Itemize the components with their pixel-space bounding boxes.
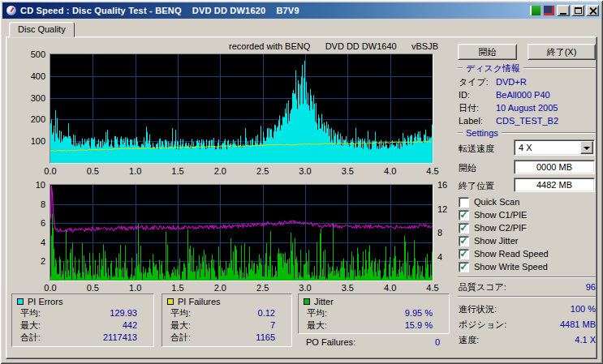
divider xyxy=(502,132,596,134)
start-button[interactable]: 開始 xyxy=(458,44,517,60)
pi-failures-jitter-chart xyxy=(50,185,433,280)
quality-score-row: 品質スコア: 96 xyxy=(459,280,596,293)
x-tick-label: 1.0 xyxy=(129,283,141,293)
checkbox-show-c2-pif[interactable]: ✓Show C2/PIF xyxy=(459,221,597,234)
checkbox-box-icon[interactable]: ✓ xyxy=(459,223,469,233)
row: Label:CDS_TEST_B2 xyxy=(459,114,597,127)
row: 最大:7 xyxy=(162,319,291,332)
checkbox-label: Quick Scan xyxy=(474,197,519,207)
row: 合計:2117413 xyxy=(12,332,153,344)
label: 進行状況: xyxy=(459,302,497,317)
close-button[interactable] xyxy=(586,5,599,16)
row: 速度:4.1 X xyxy=(459,332,596,348)
label: 最大: xyxy=(170,319,191,332)
start-position-input[interactable]: 0000 MB xyxy=(514,160,595,174)
value: 9.95 % xyxy=(405,307,433,319)
disc-info-rows: タイプ:DVD+RID:BeAll000 P40日付:10 August 200… xyxy=(459,75,597,127)
checkbox-show-read-speed[interactable]: ✓Show Read Speed xyxy=(459,247,597,260)
x-tick-label: 2.5 xyxy=(256,283,269,293)
value: 1165 xyxy=(256,332,275,344)
pi-failures-x-axis: 0.00.51.01.52.02.53.03.54.04.5 xyxy=(50,283,433,293)
app-icon xyxy=(6,5,17,16)
row: 最大:15.9 % xyxy=(299,319,449,332)
checkbox-show-write-speed[interactable]: ✓Show Write Speed xyxy=(459,260,597,273)
titlebar[interactable]: CD Speed : Disc Quality Test - BENQ DVD … xyxy=(2,2,601,19)
row: 最大:442 xyxy=(12,319,153,332)
row: 平均:9.95 % xyxy=(299,307,449,319)
settings-title: Settings xyxy=(466,128,498,138)
status-rows: 進行状況:100 %ポジション:4481 MB速度:4.1 X xyxy=(459,302,596,348)
x-tick-label: 3.0 xyxy=(299,166,311,176)
value: DVD+R xyxy=(496,75,527,88)
quality-score-value: 96 xyxy=(586,280,596,293)
app-window: CD Speed : Disc Quality Test - BENQ DVD … xyxy=(0,0,603,364)
label: 合計: xyxy=(20,332,41,344)
pi-errors-chart xyxy=(50,54,433,163)
checkbox-box-icon[interactable]: ✓ xyxy=(459,210,469,221)
window-title: CD Speed : Disc Quality Test - BENQ DVD … xyxy=(20,6,529,15)
tab-disc-quality[interactable]: Disc Quality xyxy=(9,22,75,37)
row: 進行状況:100 % xyxy=(459,302,596,317)
titlebar-buttons xyxy=(529,5,599,16)
checkbox-label: Show C2/PIF xyxy=(474,223,527,233)
po-failures-row: PO Failures: 0 xyxy=(298,337,450,347)
titlebar-extra-icon-2[interactable] xyxy=(543,5,555,16)
speed-select[interactable]: 4 X xyxy=(514,139,595,156)
checkbox-label: Show Read Speed xyxy=(474,249,549,259)
exit-button[interactable]: 終了(X) xyxy=(528,44,596,60)
checkbox-box-icon[interactable] xyxy=(459,197,469,208)
x-tick-label: 2.5 xyxy=(256,166,269,176)
checkbox-box-icon[interactable]: ✓ xyxy=(459,236,469,246)
checkbox-label: Show C1/PIE xyxy=(474,210,527,220)
x-tick-label: 0.0 xyxy=(44,166,56,176)
checkbox-box-icon[interactable]: ✓ xyxy=(459,249,469,259)
label: 最大: xyxy=(307,319,327,332)
value: 7 xyxy=(270,319,275,332)
value: 442 xyxy=(123,319,137,332)
label: 速度: xyxy=(459,332,479,348)
x-tick-label: 2.0 xyxy=(214,166,226,176)
row: 合計:1165 xyxy=(162,332,291,344)
label: タイプ: xyxy=(459,75,496,88)
y-tick-label: 100 xyxy=(31,136,45,146)
checkbox-show-c1-pie[interactable]: ✓Show C1/PIE xyxy=(459,208,597,221)
x-tick-label: 4.5 xyxy=(426,283,438,293)
divider xyxy=(458,296,596,298)
value: 0.12 xyxy=(258,307,275,319)
maximize-button[interactable] xyxy=(571,5,584,16)
pi-errors-values: 平均:129.93最大:442合計:2117413 xyxy=(12,307,153,344)
checkbox-box-icon[interactable]: ✓ xyxy=(459,262,469,272)
row: 日付:10 August 2005 xyxy=(459,101,597,114)
po-failures-value: 0 xyxy=(435,337,440,347)
pi-failures-values: 平均:0.12最大:7合計:1165 xyxy=(162,307,291,344)
divider xyxy=(458,67,463,69)
minimize-icon xyxy=(560,13,566,15)
y-tick-label: 300 xyxy=(31,93,45,103)
y-tick-label: 400 xyxy=(31,71,45,81)
pi-errors-y-axis: 500400300200100 xyxy=(23,54,47,163)
recorded-with-label: recorded with BENQ DVD DD DW1640 vBSJB xyxy=(114,41,438,51)
checkbox-label: Show Jitter xyxy=(474,236,518,246)
pi-errors-swatch-icon xyxy=(17,298,24,305)
checkbox-quick-scan[interactable]: Quick Scan xyxy=(459,195,597,208)
end-position-input[interactable]: 4482 MB xyxy=(514,178,595,192)
row: 平均:0.12 xyxy=(162,307,291,319)
label: 平均: xyxy=(307,307,327,319)
x-tick-label: 3.5 xyxy=(342,166,354,176)
disc-info-title: ディスク情報 xyxy=(466,62,520,75)
row: ポジション:4481 MB xyxy=(459,317,596,332)
x-tick-label: 4.0 xyxy=(384,283,396,293)
x-tick-label: 3.0 xyxy=(299,283,311,293)
pi-failures-title: PI Failures xyxy=(178,297,221,306)
chevron-down-icon[interactable] xyxy=(580,141,593,154)
titlebar-extra-icon-1[interactable] xyxy=(529,5,541,16)
x-tick-label: 0.5 xyxy=(87,166,99,176)
label: 最大: xyxy=(20,319,41,332)
pi-errors-stats-box: PI Errors 平均:129.93最大:442合計:2117413 xyxy=(11,293,154,347)
y-tick-label: 8 xyxy=(437,228,442,238)
minimize-button[interactable] xyxy=(557,5,570,16)
po-failures-label: PO Failures: xyxy=(306,337,355,347)
value: CDS_TEST_B2 xyxy=(496,114,558,127)
checkbox-show-jitter[interactable]: ✓Show Jitter xyxy=(459,234,597,247)
pi-failures-stats-box: PI Failures 平均:0.12最大:7合計:1165 xyxy=(162,293,292,347)
